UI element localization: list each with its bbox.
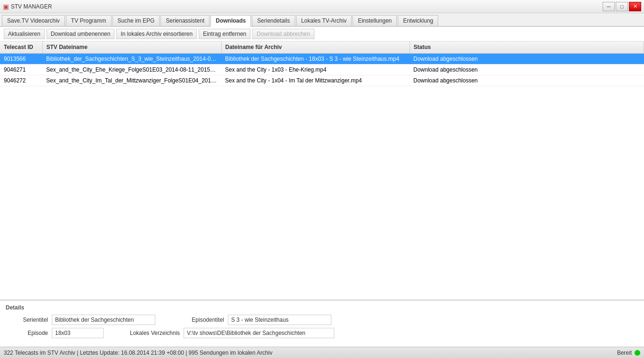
col-dateiname-archiv: Dateiname für Archiv [221, 41, 410, 53]
episodentitel-label: Episodentitel [182, 317, 224, 323]
toolbar: Aktualisieren Download umbenennen In lok… [0, 27, 644, 41]
abbrechen-button[interactable]: Download abbrechen [252, 29, 314, 39]
titlebar-left: ▣ STV MANAGER [3, 3, 52, 10]
umbenennen-button[interactable]: Download umbenennen [47, 29, 115, 39]
details-serientitel-row: Serientitel Episodentitel [6, 315, 638, 325]
tab-tv-programm[interactable]: TV Programm [66, 15, 112, 26]
tab-seriendetails[interactable]: Seriendetails [252, 15, 295, 26]
tab-save-tv[interactable]: Save.TV Videoarchiv [2, 15, 65, 26]
table-row[interactable]: 9013566Bibliothek_der_Sachgeschichten_S_… [0, 53, 644, 65]
cell-dateiname-archiv: Sex and the City - 1x04 - Im Tal der Mit… [221, 75, 410, 86]
cell-stv-dateiname: Bibliothek_der_Sachgeschichten_S_3_wie_S… [42, 53, 221, 65]
tab-serienassistent[interactable]: Serienassistent [161, 15, 209, 26]
table-header-row: Telecast ID STV Dateiname Dateiname für … [0, 41, 644, 53]
cell-status: Download abgeschlossen [410, 75, 644, 86]
statusbar: 322 Telecasts im STV Archiv | Letztes Up… [0, 347, 644, 358]
table-row[interactable]: 9046272Sex_and_the_City_Im_Tal_der_Mittz… [0, 75, 644, 86]
serientitel-input[interactable] [52, 315, 155, 325]
tab-downloads[interactable]: Downloads [210, 15, 251, 27]
cell-status: Download abgeschlossen [410, 65, 644, 75]
col-status: Status [410, 41, 644, 53]
tabbar: Save.TV Videoarchiv TV Programm Suche im… [0, 13, 644, 27]
entfernen-button[interactable]: Eintrag entfernen [199, 29, 250, 39]
col-stv-dateiname: STV Dateiname [42, 41, 221, 53]
maximize-button[interactable]: □ [616, 2, 628, 11]
statusbar-left: 322 Telecasts im STV Archiv | Letztes Up… [4, 350, 273, 356]
table-body: 9013566Bibliothek_der_Sachgeschichten_S_… [0, 53, 644, 86]
serientitel-label: Serientitel [6, 317, 48, 323]
titlebar-controls: ─ □ ✕ [603, 2, 641, 11]
col-telecast-id: Telecast ID [0, 41, 42, 53]
episode-label: Episode [6, 330, 48, 336]
cell-dateiname-archiv: Bibliothek der Sachgeschichten - 18x03 -… [221, 53, 410, 65]
cell-telecast-id: 9046272 [0, 75, 42, 86]
lokales-verzeichnis-input[interactable] [184, 328, 334, 338]
tab-einstellungen[interactable]: Einstellungen [353, 15, 397, 26]
cell-telecast-id: 9013566 [0, 53, 42, 65]
episodentitel-input[interactable] [228, 315, 331, 325]
lokales-verzeichnis-label: Lokales Verzeichnis [130, 330, 180, 336]
table-row[interactable]: 9046271Sex_and_the_City_Ehe_Kriege_Folge… [0, 65, 644, 75]
minimize-button[interactable]: ─ [603, 2, 615, 11]
cell-status: Download abgeschlossen [410, 53, 644, 65]
cell-stv-dateiname: Sex_and_the_City_Im_Tal_der_Mittzwanzige… [42, 75, 221, 86]
statusbar-right-text: Bereit [617, 350, 632, 356]
titlebar-title: STV MANAGER [11, 3, 52, 10]
downloads-table: Telecast ID STV Dateiname Dateiname für … [0, 41, 644, 86]
details-title: Details [6, 304, 638, 311]
table-container: Telecast ID STV Dateiname Dateiname für … [0, 41, 644, 300]
app-icon: ▣ [3, 3, 9, 10]
tab-lokales-archiv[interactable]: Lokales TV-Archiv [296, 15, 352, 26]
tab-entwicklung[interactable]: Entwicklung [398, 15, 438, 26]
statusbar-right: Bereit [617, 350, 640, 356]
titlebar: ▣ STV MANAGER ─ □ ✕ [0, 0, 644, 13]
cell-dateiname-archiv: Sex and the City - 1x03 - Ehe-Krieg.mp4 [221, 65, 410, 75]
details-episode-row: Episode Lokales Verzeichnis [6, 328, 638, 338]
cell-telecast-id: 9046271 [0, 65, 42, 75]
einsortieren-button[interactable]: In lokales Archiv einsortieren [116, 29, 197, 39]
status-indicator [635, 350, 640, 356]
tab-suche[interactable]: Suche im EPG [113, 15, 160, 26]
episode-input[interactable] [52, 328, 104, 338]
close-button[interactable]: ✕ [629, 2, 641, 11]
aktualisieren-button[interactable]: Aktualisieren [4, 29, 45, 39]
cell-stv-dateiname: Sex_and_the_City_Ehe_Kriege_FolgeS01E03_… [42, 65, 221, 75]
details-panel: Details Serientitel Episodentitel Episod… [0, 300, 644, 347]
